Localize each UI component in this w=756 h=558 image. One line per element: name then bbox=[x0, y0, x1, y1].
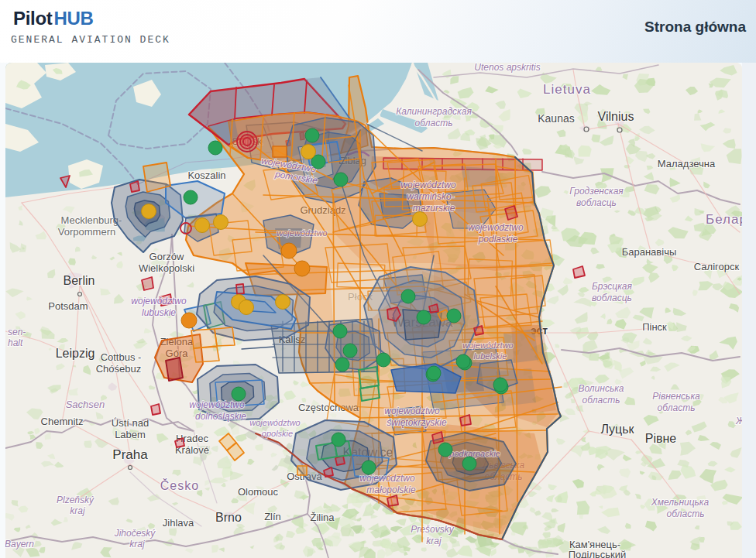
svg-text:sen-: sen- bbox=[8, 327, 26, 337]
svg-text:Kaunas: Kaunas bbox=[538, 112, 574, 125]
svg-text:Пінск: Пінск bbox=[642, 321, 667, 333]
svg-text:Žilina: Žilina bbox=[310, 512, 335, 523]
svg-text:kraj: kraj bbox=[129, 539, 145, 549]
svg-text:lubelskie: lubelskie bbox=[474, 351, 507, 361]
svg-text:Lietuva: Lietuva bbox=[543, 82, 591, 97]
svg-text:Potsdam: Potsdam bbox=[48, 300, 88, 312]
svg-text:województwo: województwo bbox=[400, 180, 456, 190]
svg-text:Подільський: Подільський bbox=[569, 549, 627, 558]
svg-text:Wielkopolski: Wielkopolski bbox=[139, 262, 194, 274]
svg-text:województwo: województwo bbox=[131, 296, 187, 306]
svg-text:Jihočeský: Jihočeský bbox=[114, 528, 156, 539]
svg-text:Гродзенская: Гродзенская bbox=[569, 186, 624, 197]
svg-text:dolnośląskie: dolnośląskie bbox=[195, 411, 246, 422]
svg-text:Koszalin: Koszalin bbox=[187, 169, 225, 181]
svg-text:podlaskie: podlaskie bbox=[478, 234, 518, 245]
svg-text:Plzeňský: Plzeňský bbox=[57, 495, 94, 505]
svg-text:Bayern: Bayern bbox=[5, 539, 34, 549]
svg-text:область: область bbox=[415, 118, 453, 128]
svg-text:województwo: województwo bbox=[462, 341, 513, 350]
svg-text:Vorpommern: Vorpommern bbox=[58, 226, 115, 238]
svg-text:Брэсцкая: Брэсцкая bbox=[592, 281, 632, 292]
svg-text:область: область bbox=[582, 395, 620, 406]
svg-text:Chóśebuz: Chóśebuz bbox=[96, 363, 142, 375]
svg-text:halt: halt bbox=[8, 337, 23, 348]
svg-text:Jihlava: Jihlava bbox=[163, 517, 194, 529]
svg-text:Белар: Белар bbox=[706, 212, 742, 227]
svg-text:województwo: województwo bbox=[189, 399, 245, 410]
svg-text:podkarpackie: podkarpackie bbox=[448, 449, 500, 458]
svg-text:Vilnius: Vilnius bbox=[598, 110, 634, 123]
svg-text:małopolskie: małopolskie bbox=[366, 484, 416, 495]
svg-text:Cottbus -: Cottbus - bbox=[101, 351, 142, 363]
svg-text:Калининградская: Калининградская bbox=[396, 106, 472, 117]
svg-text:Brno: Brno bbox=[215, 511, 242, 524]
svg-text:Салігорск: Салігорск bbox=[694, 261, 740, 272]
svg-text:Praha: Praha bbox=[112, 447, 148, 462]
svg-text:Labem: Labem bbox=[115, 429, 146, 440]
svg-text:вобласць: вобласць bbox=[592, 293, 632, 303]
svg-text:Хмельницька: Хмельницька bbox=[651, 497, 710, 508]
svg-text:Волинська: Волинська bbox=[578, 383, 624, 394]
svg-text:Chemnitz: Chemnitz bbox=[41, 416, 84, 427]
svg-text:województwo: województwo bbox=[249, 418, 300, 427]
svg-text:Gorzów: Gorzów bbox=[149, 251, 184, 262]
svg-text:вобласць: вобласць bbox=[576, 197, 617, 208]
svg-text:kraj: kraj bbox=[70, 505, 85, 516]
svg-text:Mecklenburg-: Mecklenburg- bbox=[61, 214, 122, 226]
svg-text:Луцьк: Луцьк bbox=[600, 423, 634, 436]
svg-text:Маладзечна: Маладзечна bbox=[658, 158, 716, 169]
svg-text:Utenos apskritis: Utenos apskritis bbox=[474, 63, 540, 73]
svg-text:opolskie: opolskie bbox=[262, 429, 293, 438]
svg-text:Prešovský: Prešovský bbox=[411, 524, 454, 535]
svg-text:Olomouc: Olomouc bbox=[238, 486, 279, 498]
svg-text:województwo: województwo bbox=[468, 222, 524, 233]
svg-text:województwo: województwo bbox=[277, 228, 327, 238]
svg-text:Рівненська: Рівненська bbox=[652, 391, 700, 402]
svg-text:świętokrzyskie: świętokrzyskie bbox=[387, 417, 447, 428]
svg-text:województwo: województwo bbox=[384, 406, 440, 416]
svg-text:Рівне: Рівне bbox=[645, 432, 677, 445]
svg-text:Zlín: Zlín bbox=[264, 511, 281, 522]
svg-text:область: область bbox=[658, 402, 696, 413]
svg-text:Жит: Жит bbox=[735, 416, 742, 426]
svg-text:Баранавічы: Баранавічы bbox=[622, 246, 677, 258]
svg-text:Berlin: Berlin bbox=[64, 274, 95, 287]
svg-text:warmińsko-: warmińsko- bbox=[407, 191, 454, 202]
svg-text:Česko: Česko bbox=[160, 478, 199, 492]
svg-text:Leipzig: Leipzig bbox=[56, 347, 95, 360]
svg-text:Ústí nad: Ústí nad bbox=[112, 417, 149, 429]
svg-text:Sachsen: Sachsen bbox=[66, 399, 105, 410]
svg-text:область: область bbox=[667, 508, 705, 519]
svg-text:kraj: kraj bbox=[426, 536, 442, 546]
svg-text:lubuskie: lubuskie bbox=[142, 307, 176, 318]
